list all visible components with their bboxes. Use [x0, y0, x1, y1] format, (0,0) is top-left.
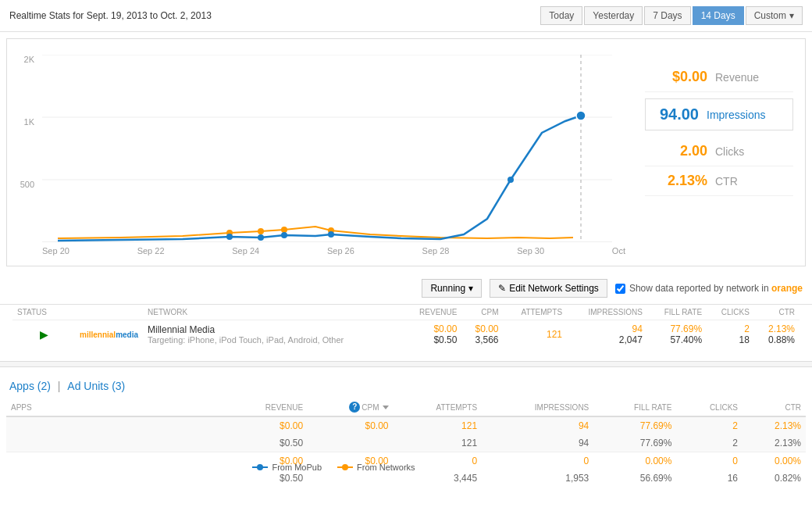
app-ctr-1a: 2.13%: [743, 416, 806, 434]
svg-point-16: [257, 464, 263, 470]
apps-th-apps: APPS: [6, 398, 225, 416]
legend-networks-label: From Networks: [357, 463, 415, 472]
app-fill-1b: 77.69%: [593, 434, 676, 452]
legend-mopub-label: From MoPub: [272, 463, 322, 472]
network-cpm-1: $0.00: [466, 323, 498, 334]
network-status-cell: ▶: [12, 320, 75, 349]
svg-point-7: [281, 227, 287, 233]
apps-link[interactable]: Apps (2): [9, 380, 54, 392]
network-cpm-2: 3,566: [466, 334, 498, 345]
page-title: Realtime Stats for Sept. 19, 2013 to Oct…: [9, 10, 212, 21]
impressions-stat: 94.00 Impressions: [645, 98, 793, 130]
app-cpm-1a: $0.00: [308, 416, 393, 434]
app-clicks-2b: 16: [676, 470, 743, 487]
app-ctr-1b: 2.13%: [743, 434, 806, 452]
x-label-sep22: Sep 22: [137, 246, 165, 256]
network-attempts-1: 121: [508, 329, 563, 340]
yesterday-button[interactable]: Yesterday: [584, 6, 643, 25]
revenue-value: $0.00: [653, 69, 707, 85]
impressions-value: 94.00: [644, 105, 699, 123]
th-impressions: IMPRESSIONS: [567, 305, 647, 320]
apps-th-revenue: REVENUE: [225, 398, 308, 416]
y-label-500: 500: [7, 180, 38, 189]
svg-point-10: [258, 234, 264, 241]
x-label-sep28: Sep 28: [422, 246, 450, 256]
controls-bar: Running ▾ ✎ Edit Network Settings Show d…: [0, 273, 812, 305]
x-label-sep20: Sep 20: [42, 246, 69, 256]
th-attempts: ATTEMPTS: [504, 305, 568, 320]
apps-section-header: Apps (2) | Ad Units (3): [0, 373, 812, 398]
14days-button[interactable]: 14 Days: [693, 6, 744, 25]
chevron-down-icon: ▾: [789, 10, 794, 21]
app-impressions-1a: 94: [482, 416, 593, 434]
x-label-sep30: Sep 30: [517, 246, 544, 256]
network-targeting: Targeting: iPhone, iPod Touch, iPad, And…: [148, 335, 397, 345]
ad-units-title: Ad Units (3): [67, 380, 125, 392]
show-data-checkbox[interactable]: [615, 284, 625, 294]
clicks-stat: 2.00 Clicks: [645, 137, 793, 166]
app-cpm-1b: [308, 434, 393, 452]
th-ctr: CTR: [754, 305, 800, 320]
chart-section: 2K 1K 500: [6, 38, 806, 266]
edit-network-settings-button[interactable]: ✎ Edit Network Settings: [490, 279, 607, 298]
revenue-stat: $0.00 Revenue: [645, 63, 793, 92]
help-icon[interactable]: ?: [349, 402, 360, 413]
ad-units-link[interactable]: Ad Units (3): [67, 380, 125, 392]
network-ctr-cell: 2.13% 0.88%: [754, 320, 800, 349]
chart-area: 2K 1K 500: [7, 47, 633, 266]
app-clicks-1b: 2: [676, 434, 743, 452]
svg-point-6: [258, 228, 264, 234]
network-impressions-cell: 94 2,047: [567, 320, 647, 349]
ctr-stat: 2.13% CTR: [645, 166, 793, 196]
running-label: Running: [430, 283, 465, 294]
app-clicks-2a: 0: [676, 452, 743, 470]
legend-networks: From Networks: [337, 463, 415, 472]
app-name-1: [6, 416, 225, 434]
network-fill-1: 77.69%: [652, 323, 702, 334]
network-attempts-cell: 121: [504, 320, 568, 349]
x-label-oct: Oct: [612, 246, 625, 256]
section-divider: [0, 361, 812, 367]
custom-button[interactable]: Custom ▾: [746, 6, 803, 25]
pencil-icon: ✎: [498, 283, 506, 294]
show-data-text: Show data reported by network in orange: [629, 283, 803, 294]
svg-point-13: [508, 177, 514, 183]
apps-th-attempts: ATTEMPTS: [394, 398, 483, 416]
revenue-label: Revenue: [715, 71, 793, 84]
network-fill-2: 57.40%: [652, 334, 702, 345]
apps-th-ctr: CTR: [743, 398, 806, 416]
network-clicks-cell: 2 18: [707, 320, 754, 349]
mopub-legend-icon: [252, 463, 268, 471]
app-fill-1a: 77.69%: [593, 416, 676, 434]
table-row: $0.00 $0.00 121 94 77.69% 2 2.13%: [6, 416, 806, 434]
th-revenue: REVENUE: [402, 305, 461, 320]
app-ctr-2b: 0.82%: [743, 470, 806, 487]
chevron-down-icon: ▾: [468, 283, 473, 294]
svg-point-9: [226, 234, 233, 240]
th-network-name: NETWORK: [143, 305, 402, 320]
running-button[interactable]: Running ▾: [422, 279, 482, 298]
app-attempts-1b: 121: [394, 434, 483, 452]
network-logo-cell: millennialmedia: [75, 320, 143, 349]
network-name: Millennial Media: [148, 324, 397, 335]
x-label-sep26: Sep 26: [327, 246, 354, 256]
network-table: STATUS NETWORK REVENUE CPM ATTEMPTS IMPR…: [12, 305, 800, 348]
x-axis-labels: Sep 20 Sep 22 Sep 24 Sep 26 Sep 28 Sep 3…: [42, 246, 625, 256]
y-axis-labels: 2K 1K 500: [7, 55, 38, 242]
7days-button[interactable]: 7 Days: [644, 6, 690, 25]
cpm-help-group: ? CPM: [349, 402, 388, 413]
app-revenue-1a: $0.00: [225, 416, 308, 434]
ctr-value: 2.13%: [653, 173, 707, 189]
today-button[interactable]: Today: [540, 6, 582, 25]
page-header: Realtime Stats for Sept. 19, 2013 to Oct…: [0, 0, 812, 32]
orange-text: orange: [771, 283, 803, 294]
svg-point-14: [576, 111, 586, 120]
network-revenue-2: $0.50: [407, 334, 457, 345]
networks-legend-icon: [337, 463, 353, 471]
play-icon: ▶: [40, 328, 48, 341]
date-range-buttons: Today Yesterday 7 Days 14 Days Custom ▾: [540, 6, 803, 25]
sort-arrow-icon: [383, 406, 389, 409]
svg-point-11: [281, 232, 287, 238]
app-clicks-1a: 2: [676, 416, 743, 434]
network-table-wrap: STATUS NETWORK REVENUE CPM ATTEMPTS IMPR…: [0, 305, 812, 355]
